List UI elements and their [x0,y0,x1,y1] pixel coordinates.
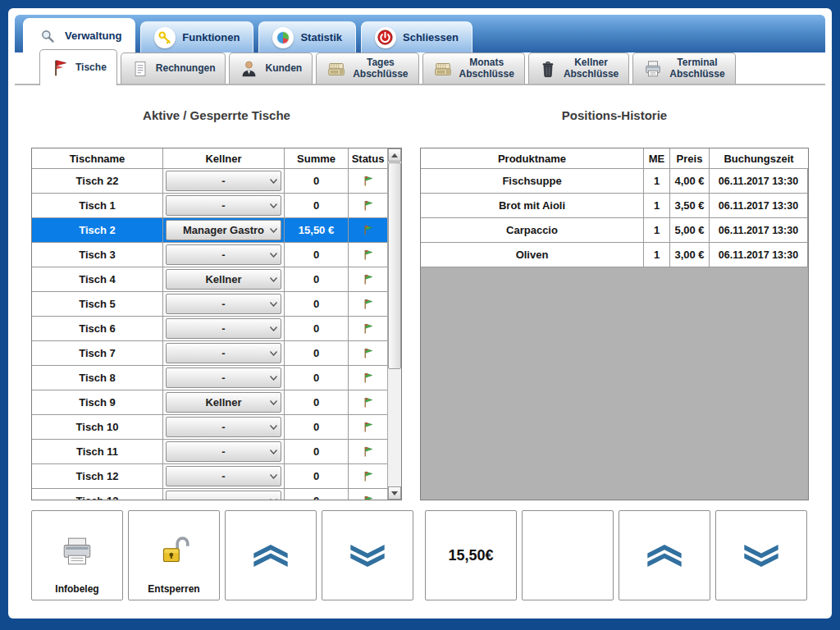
tables-scroll-up-button[interactable] [225,510,317,600]
key-icon [154,27,176,48]
history-scroll-down-button[interactable] [715,510,807,600]
vertical-scrollbar[interactable] [387,148,401,500]
summe-cell: 0 [285,440,349,464]
summe-cell: 0 [285,415,349,440]
tables-scroll-down-button[interactable] [322,510,413,600]
table-row-tisch-1[interactable]: Tisch 1-0 [32,194,387,218]
scroll-down-button[interactable] [388,486,401,500]
table-row-tisch-22[interactable]: Tisch 22-0 [32,169,387,194]
sum-display-button[interactable]: 15,50€ [425,510,517,600]
chevron-down-icon [270,400,277,405]
kellner-cell: - [163,415,285,440]
table-row-tisch-4[interactable]: Tisch 4Kellner0 [32,267,387,292]
status-cell [349,218,387,243]
tischname-cell: Tisch 8 [32,366,163,390]
status-cell [349,440,387,464]
sub-tab-kunden[interactable]: Kunden [229,52,313,84]
kellner-cell: - [163,243,285,267]
kellner-dropdown[interactable]: - [166,343,281,363]
right-panel-title: Positions-Historie [420,108,809,122]
status-cell [349,243,387,267]
tischname-cell: Tisch 4 [32,267,163,292]
sub-tab-tages-abschlüsse[interactable]: TagesAbschlüsse [316,52,418,84]
status-flag-icon [362,199,374,212]
kellner-dropdown[interactable]: Manager Gastro [166,220,281,240]
kellner-dropdown[interactable]: - [166,417,281,437]
kellner-dropdown[interactable]: - [166,244,281,265]
sub-tab-terminal-abschlüsse[interactable]: TerminalAbschlüsse [632,52,735,84]
kellner-dropdown[interactable]: Kellner [166,269,281,290]
table-row-tisch-2[interactable]: Tisch 2Manager Gastro15,50 € [32,218,387,243]
kellner-dropdown[interactable]: - [166,171,281,191]
sub-tab-label: Tische [75,62,107,74]
sub-tab-monats-abschlüsse[interactable]: MonatsAbschlüsse [422,52,525,84]
table-row-tisch-6[interactable]: Tisch 6-0 [32,317,387,341]
table-row-tisch-9[interactable]: Tisch 9Kellner0 [32,390,387,415]
status-flag-icon [362,175,374,187]
tischname-cell: Tisch 1 [32,194,163,218]
kellner-dropdown[interactable]: - [166,368,281,388]
right-table-header: ProduktnameMEPreisBuchungszeit [421,148,808,169]
kellner-dropdown[interactable]: - [166,195,281,216]
main-tab-label: Funktionen [182,31,240,43]
history-scroll-up-button[interactable] [619,510,710,600]
tischname-cell: Tisch 7 [32,341,163,366]
terminal-printer-icon [643,59,663,79]
kellner-dropdown[interactable]: Kellner [166,392,281,413]
buchungszeit-cell: 06.11.2017 13:30 [710,169,808,194]
chevron-down-icon [270,326,277,331]
sub-tab-label: Kellner [574,57,608,69]
status-flag-icon [362,298,374,310]
history-row-fischsuppe[interactable]: Fischsuppe14,00 €06.11.2017 13:30 [421,169,808,194]
chevron-down-icon [270,425,277,430]
table-row-tisch-10[interactable]: Tisch 10-0 [32,415,387,440]
table-row-tisch-3[interactable]: Tisch 3-0 [32,243,387,267]
table-row-tisch-13[interactable]: Tisch 13-0 [32,489,387,500]
sub-tab-label: Abschlüsse [459,69,514,80]
chevron-down-icon [270,203,277,208]
status-cell [349,317,387,341]
kellner-value: - [221,445,225,458]
sub-tab-kellner-abschlüsse[interactable]: KellnerAbschlüsse [528,52,629,84]
table-row-tisch-12[interactable]: Tisch 12-0 [32,464,387,489]
sub-tab-rechnungen[interactable]: Rechnungen [121,52,226,84]
sub-tab-label: Abschlüsse [353,69,408,80]
summe-cell: 0 [285,341,349,366]
history-row-oliven[interactable]: Oliven13,00 €06.11.2017 13:30 [421,243,808,267]
chevron-down-icon [270,351,277,356]
blank-button[interactable] [522,510,614,600]
kellner-dropdown[interactable]: - [166,466,281,486]
me-cell: 1 [644,218,670,243]
me-cell: 1 [644,194,670,218]
history-row-carpaccio[interactable]: Carpaccio15,00 €06.11.2017 13:30 [421,218,808,243]
sub-tab-bar: TischeRechnungenKundenTagesAbschlüsseMon… [15,48,825,85]
kellner-dropdown[interactable]: - [166,441,281,462]
chevron-down-icon [270,253,277,258]
left-panel-title: Aktive / Gesperrte Tische [31,108,402,122]
kellner-dropdown[interactable]: - [166,318,281,339]
infobeleg-button[interactable]: Infobeleg [31,510,123,600]
button-label: Entsperren [129,583,219,595]
table-flag-icon [50,58,69,77]
customer-icon [240,59,258,78]
kellner-cell: - [163,464,285,489]
table-row-tisch-11[interactable]: Tisch 11-0 [32,440,387,464]
history-row-brot-mit-aioli[interactable]: Brot mit Aioli13,50 €06.11.2017 13:30 [421,194,808,218]
sub-tab-label: Tages [367,57,395,69]
table-row-tisch-8[interactable]: Tisch 8-0 [32,366,387,390]
magnifier-icon [37,25,58,47]
status-flag-icon [362,396,374,409]
kellner-dropdown[interactable]: - [166,294,281,314]
status-cell [349,464,387,489]
table-row-tisch-7[interactable]: Tisch 7-0 [32,341,387,366]
kellner-dropdown[interactable]: - [166,491,281,500]
entsperren-button[interactable]: Entsperren [128,510,220,600]
status-flag-icon [362,421,374,433]
scroll-thumb[interactable] [388,162,401,369]
table-row-tisch-5[interactable]: Tisch 5-0 [32,292,387,317]
status-cell [349,194,387,218]
sub-tab-label: Terminal [677,57,717,69]
sub-tab-tische[interactable]: Tische [39,49,117,85]
scroll-up-button[interactable] [388,148,401,162]
scroll-up-arrow-icon [391,153,398,158]
